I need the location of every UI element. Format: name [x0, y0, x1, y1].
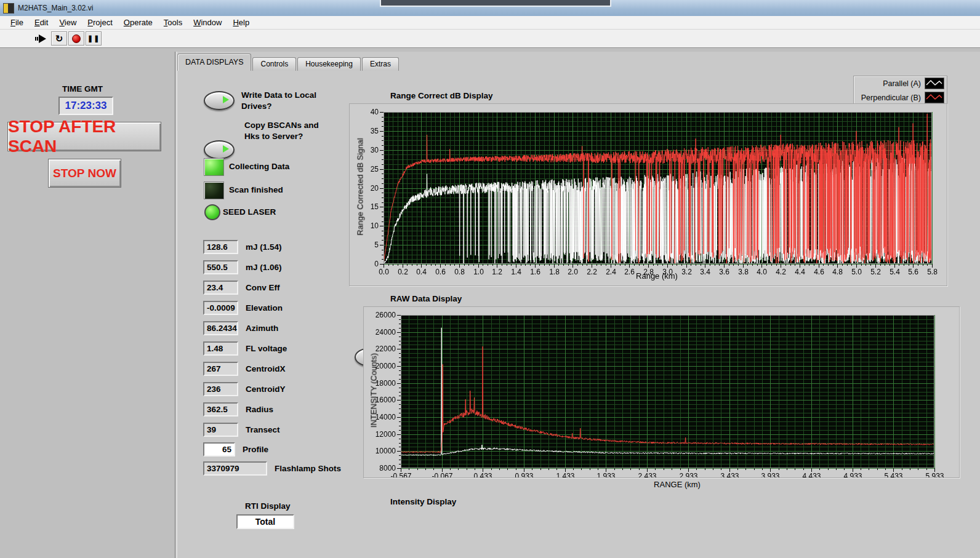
legend-swatch-1	[925, 92, 944, 103]
legend-swatch-0	[925, 78, 944, 89]
seed-laser-label: SEED LASER	[223, 207, 276, 217]
bottom-y-axis-label: INTENSITY (Counts)	[369, 329, 379, 452]
readout-row-profile: 65Profile	[203, 442, 268, 456]
intensity-display-label: Intensity Display	[390, 497, 456, 506]
pause-icon: ❚❚	[87, 34, 100, 42]
abort-icon	[72, 34, 81, 43]
readout-value-3: -0.0009	[203, 301, 238, 315]
menu-window[interactable]: Window	[188, 17, 227, 28]
abort-button[interactable]	[68, 31, 84, 46]
readout-value-6: 267	[203, 362, 238, 376]
top-x-axis-label: Range (km)	[595, 271, 718, 281]
pause-button[interactable]: ❚❚	[86, 31, 102, 46]
menu-edit[interactable]: Edit	[29, 17, 54, 28]
readout-value-0: 128.6	[203, 240, 238, 254]
copy-server-toggle[interactable]	[204, 140, 235, 159]
run-icon[interactable]	[35, 34, 47, 44]
readout-value-11: 3370979	[203, 461, 267, 476]
menu-project[interactable]: Project	[82, 17, 118, 28]
legend-item-1[interactable]: Perpendicular (B)	[854, 90, 947, 105]
write-local-toggle[interactable]	[204, 91, 235, 110]
collecting-data-label: Collecting Data	[229, 162, 289, 171]
readout-label-0: mJ (1.54)	[246, 242, 282, 252]
stop-now-button[interactable]: STOP NOW	[48, 159, 121, 188]
rti-display-label: RTI Display	[245, 501, 291, 511]
readout-label-11: Flashlamp Shots	[275, 464, 341, 473]
readout-label-5: FL voltage	[246, 344, 287, 353]
readout-row-centroidx: 267CentroidX	[203, 362, 286, 376]
time-gmt-label: TIME GMT	[62, 84, 103, 94]
menu-bar: FileEditViewProjectOperateToolsWindowHel…	[0, 16, 980, 30]
raw-data-graph[interactable]	[363, 306, 960, 478]
legend-item-0[interactable]: Parallel (A)	[854, 76, 947, 90]
readout-label-6: CentroidX	[246, 364, 286, 373]
menu-file[interactable]: File	[5, 17, 29, 28]
range-correct-display-label: Range Correct dB Display	[390, 91, 493, 100]
tab-data-displays[interactable]: DATA DISPLAYS	[177, 54, 251, 71]
seed-laser-led	[204, 204, 220, 220]
copy-server-label: Copy BSCANs and Hks to Server?	[244, 120, 319, 142]
top-y-axis-label: Range Corrected dB Signal	[356, 126, 365, 249]
toggle-arrow-icon	[223, 145, 229, 153]
readout-row-flashlamp-shots: 3370979Flashlamp Shots	[203, 461, 341, 476]
tab-strip: DATA DISPLAYSControlsHousekeepingExtras	[177, 54, 400, 71]
window-title: M2HATS_Main_3.02.vi	[18, 4, 94, 12]
readout-label-7: CentroidY	[246, 385, 286, 394]
readout-value-8: 362.5	[203, 402, 238, 417]
readout-row-mj-1-06-: 550.5mJ (1.06)	[203, 260, 282, 274]
readout-label-3: Elevation	[246, 303, 283, 313]
scan-finished-led	[204, 181, 224, 199]
toolbar: ↻ ❚❚	[0, 30, 980, 48]
readout-row-azimuth: 86.2434Azimuth	[203, 321, 278, 335]
legend-label-1: Perpendicular (B)	[861, 94, 921, 102]
write-local-label: Write Data to Local Drives?	[241, 90, 316, 112]
time-gmt-display: 17:23:33	[58, 97, 113, 115]
readout-value-2: 23.4	[203, 281, 238, 295]
scan-finished-label: Scan finished	[229, 185, 283, 194]
run-continuous-button[interactable]: ↻	[51, 31, 67, 46]
readout-row-transect: 39Transect	[203, 423, 280, 437]
toggle-arrow-icon	[223, 96, 229, 103]
readout-row-fl-voltage: 1.48FL voltage	[203, 341, 287, 356]
run-continuous-icon: ↻	[55, 34, 63, 43]
collecting-data-led	[204, 158, 224, 176]
readout-label-2: Conv Eff	[246, 283, 280, 292]
stop-after-scan-button[interactable]: STOP AFTER SCAN	[7, 122, 161, 151]
tab-housekeeping[interactable]: Housekeeping	[297, 57, 361, 71]
readout-label-9: Transect	[246, 425, 280, 434]
readout-label-4: Azimuth	[246, 324, 278, 333]
plot-legend: Parallel (A)Perpendicular (B)	[853, 76, 947, 105]
readout-value-1: 550.5	[203, 260, 238, 274]
menu-operate[interactable]: Operate	[118, 17, 158, 28]
readout-value-9: 39	[203, 423, 238, 437]
readout-value-4: 86.2434	[203, 321, 238, 335]
readout-label-10: Profile	[243, 445, 268, 454]
readout-label-1: mJ (1.06)	[246, 263, 282, 272]
raw-data-display-label: RAW Data Display	[390, 294, 462, 303]
menu-view[interactable]: View	[54, 17, 82, 28]
tab-extras[interactable]: Extras	[362, 57, 399, 71]
range-correct-db-graph[interactable]	[349, 103, 947, 286]
readout-row-radius: 362.5Radius	[203, 402, 273, 417]
readout-label-8: Radius	[246, 405, 273, 414]
legend-label-0: Parallel (A)	[883, 79, 921, 88]
rti-display-select[interactable]: Total	[236, 514, 294, 529]
readout-row-elevation: -0.0009Elevation	[203, 301, 283, 315]
menu-tools[interactable]: Tools	[158, 17, 188, 28]
tab-controls[interactable]: Controls	[252, 57, 296, 71]
labview-front-panel: { "window": { "title": "M2HATS_Main_3.02…	[0, 0, 980, 558]
readout-value-7: 236	[203, 382, 238, 396]
labview-vi-icon	[3, 3, 14, 14]
readout-value-5: 1.48	[203, 341, 238, 356]
readout-row-centroidy: 236CentroidY	[203, 382, 286, 396]
readout-row-mj-1-54-: 128.6mJ (1.54)	[203, 240, 282, 254]
bottom-x-axis-label: RANGE (km)	[616, 480, 739, 489]
readout-value-10[interactable]: 65	[203, 442, 235, 456]
readout-row-conv-eff: 23.4Conv Eff	[203, 281, 280, 295]
background-window-sliver	[380, 0, 611, 7]
menu-help[interactable]: Help	[227, 17, 255, 28]
